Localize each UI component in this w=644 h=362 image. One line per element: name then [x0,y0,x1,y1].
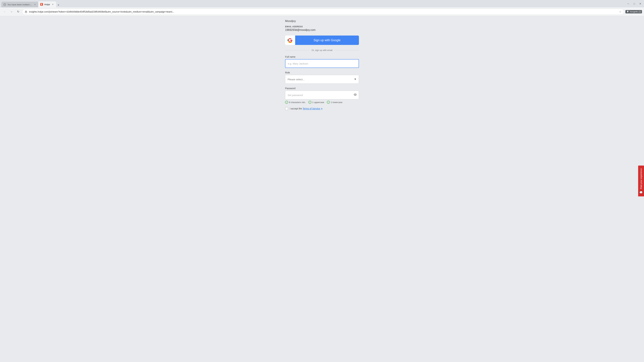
divider-text: Or, sign up with email [312,49,332,51]
minimize-button[interactable]: ─ [626,1,630,6]
fullname-label: Full name [285,55,359,58]
role-select-wrapper: Please select... ▼ [285,75,359,84]
rate-experience-label: Rate your experience [640,168,642,189]
req-lowercase-check: ✓ [327,101,330,104]
svg-point-7 [355,94,356,95]
terms-row: I accept the Terms of Service ⧉ [285,107,359,110]
terms-link[interactable]: Terms of Service ⧉ [302,107,322,110]
divider: Or, sign up with email [285,49,359,51]
feedback-icon: 💬 [640,190,643,194]
title-bar: You have been invited to join H... ✕ Hot… [0,0,644,7]
nav-extras: Incognito (2) [626,10,642,13]
tab-invite-title: You have been invited to join H... [8,3,32,6]
password-input[interactable] [285,91,359,99]
req-uppercase-label: 1 uppercase [312,101,324,104]
new-tab-button[interactable]: + [56,3,61,7]
incognito-badge: Incognito (2) [626,10,642,13]
req-lowercase-label: 1 lowercase [331,101,342,104]
req-uppercase: ✓ 1 uppercase [308,101,324,104]
fullname-input[interactable] [285,59,359,68]
email-group: EMAIL ADDRESS 1969293d@moodjoy.com [285,25,359,31]
tab-hotjar-close[interactable]: ✕ [52,3,54,6]
external-link-icon: ⧉ [321,108,322,110]
lock-icon [24,10,28,13]
password-label: Password [285,87,359,90]
back-button[interactable]: ← [2,9,8,14]
req-chars-check: ✓ [285,101,288,104]
google-icon-container [285,35,295,45]
org-name: Moodjoy [285,19,359,23]
tab-strip: You have been invited to join H... ✕ Hot… [1,0,625,7]
req-chars-label: 8 characters min. [289,101,306,104]
forward-button[interactable]: → [9,9,14,14]
tab-hotjar-title: Hotjar [44,3,50,6]
req-lowercase: ✓ 1 lowercase [327,101,342,104]
role-label: Role [285,71,359,74]
close-button[interactable]: ✕ [638,1,643,6]
nav-bar: ← → ↻ insights.hotjar.com/jointeam?token… [0,7,644,16]
req-chars: ✓ 8 characters min. [285,101,306,104]
rate-experience-sidebar[interactable]: 💬 Rate your experience [638,166,644,196]
address-icons: ☆ [618,10,622,13]
fullname-group: Full name [285,55,359,68]
google-signup-button[interactable]: Sign up with Google [285,35,359,45]
tab-hotjar[interactable]: Hotjar ✕ [38,1,56,7]
terms-checkbox[interactable] [285,107,288,110]
role-group: Role Please select... ▼ [285,71,359,84]
email-value: 1969293d@moodjoy.com [285,28,359,31]
svg-rect-4 [25,11,27,13]
role-select[interactable]: Please select... [285,75,359,84]
globe-icon [3,3,6,6]
email-label: EMAIL ADDRESS [285,25,359,28]
maximize-button[interactable]: □ [632,1,636,6]
browser-frame: You have been invited to join H... ✕ Hot… [0,0,644,362]
form-container: Moodjoy EMAIL ADDRESS 1969293d@moodjoy.c… [285,19,359,355]
window-controls: ─ □ ✕ [626,1,643,6]
terms-text: I accept the Terms of Service ⧉ [290,107,322,110]
password-requirements: ✓ 8 characters min. ✓ 1 uppercase ✓ 1 lo… [285,101,359,104]
password-visibility-toggle[interactable] [354,93,357,97]
reload-button[interactable]: ↻ [16,9,21,14]
tab-invite[interactable]: You have been invited to join H... ✕ [1,2,38,7]
password-wrapper [285,91,359,99]
address-url: insights.hotjar.com/jointeam?token=42d94… [29,10,617,13]
hotjar-icon [40,3,43,6]
bookmark-icon[interactable]: ☆ [618,10,622,13]
google-signup-label: Sign up with Google [295,35,359,45]
address-bar[interactable]: insights.hotjar.com/jointeam?token=42d94… [22,9,624,15]
password-group: Password ✓ 8 characters min. [285,87,359,104]
tab-invite-close[interactable]: ✕ [34,3,36,6]
page-content: Moodjoy EMAIL ADDRESS 1969293d@moodjoy.c… [0,16,644,362]
req-uppercase-check: ✓ [308,101,312,104]
